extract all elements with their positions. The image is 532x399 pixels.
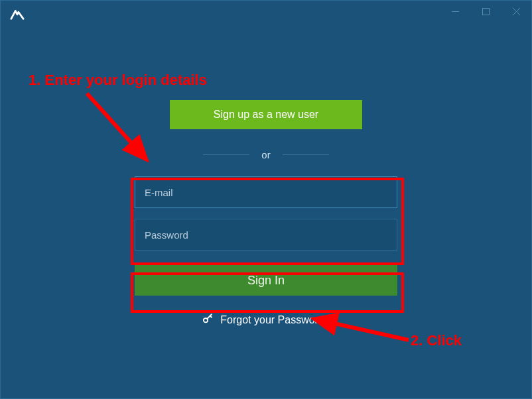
login-form: Sign up as a new user or Sign In Forgot … — [133, 100, 399, 327]
close-button[interactable] — [501, 1, 531, 22]
forgot-password-label: Forgot your Password? — [220, 314, 330, 326]
divider: or — [191, 149, 340, 160]
window-controls — [440, 1, 531, 22]
email-field[interactable] — [135, 176, 397, 208]
signin-button[interactable]: Sign In — [135, 265, 397, 296]
signup-button[interactable]: Sign up as a new user — [170, 100, 362, 129]
maximize-button[interactable] — [470, 1, 501, 22]
divider-label: or — [261, 149, 270, 160]
minimize-button[interactable] — [440, 1, 470, 22]
divider-line-right — [283, 154, 329, 155]
divider-line-left — [203, 154, 249, 155]
forgot-password-link[interactable]: Forgot your Password? — [202, 313, 330, 327]
annotation-step2-text: 2. Click — [411, 332, 462, 349]
key-icon — [202, 313, 214, 327]
svg-rect-1 — [482, 8, 489, 15]
app-logo-icon — [10, 7, 25, 21]
password-field[interactable] — [135, 219, 397, 251]
title-bar — [1, 1, 531, 27]
annotation-step1-text: 1. Enter your login details — [29, 72, 241, 89]
svg-line-6 — [210, 316, 212, 317]
